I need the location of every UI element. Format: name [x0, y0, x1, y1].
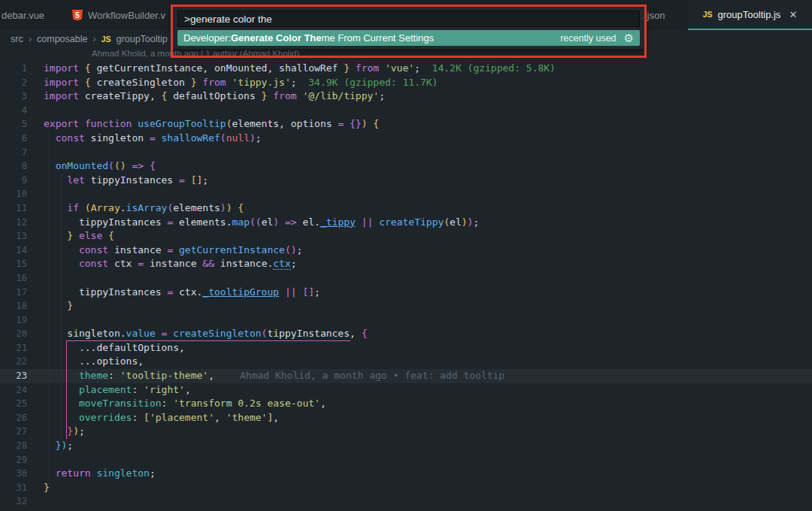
line-number[interactable]: 13 [0, 229, 27, 243]
line-number[interactable]: 9 [0, 174, 27, 188]
result-suffix: me From Current Settings [322, 32, 435, 44]
line-number[interactable]: 30 [0, 467, 27, 481]
code-line[interactable]: 1import { getCurrentInstance, onMounted,… [0, 62, 812, 76]
tab-sidebar-vue[interactable]: debar.vue [2, 0, 68, 30]
line-number[interactable]: 11 [0, 201, 27, 216]
code-line[interactable]: 12 tippyInstances = elements.map((el) =>… [0, 216, 812, 230]
tab-workflowbuilder[interactable]: 5 WorkflowBuilder.v [72, 0, 177, 30]
code-line[interactable]: 25 moveTransition: 'transform 0.2s ease-… [0, 397, 812, 411]
code-line[interactable]: 2import { createSingleton } from 'tippy.… [0, 76, 812, 90]
line-number[interactable]: 8 [0, 159, 27, 174]
code-text [27, 453, 44, 467]
code-line[interactable]: 8 onMounted(() => { [0, 159, 812, 174]
code-line[interactable]: 27 }); [0, 425, 812, 439]
code-line[interactable]: 19 [0, 313, 812, 328]
code-line[interactable]: 3import createTippy, { defaultOptions } … [0, 89, 812, 104]
line-number[interactable]: 23 [0, 369, 27, 383]
code-line[interactable]: 7 [0, 146, 812, 160]
line-number[interactable]: 21 [0, 341, 27, 355]
code-line[interactable]: 32 [0, 494, 812, 509]
code-text: } [27, 481, 50, 495]
breadcrumb-item-file[interactable]: groupTooltip [117, 34, 168, 44]
code-text: if (Array.isArray(elements)) { [27, 201, 244, 216]
command-palette-input[interactable] [177, 11, 640, 27]
code-line[interactable]: 16 [0, 271, 812, 286]
code-text: return singleton; [27, 467, 156, 481]
code-line[interactable]: 30 return singleton; [0, 467, 812, 481]
git-authors-lens[interactable]: Ahmad Kholid, a month ago | 1 author (Ah… [92, 49, 299, 60]
code-line[interactable]: 13 } else { [0, 229, 812, 243]
code-line[interactable]: 6 const singleton = shallowRef(null); [0, 132, 812, 146]
line-number[interactable]: 10 [0, 187, 27, 201]
chevron-right-icon: › [29, 33, 32, 44]
code-text: import { createSingleton } from 'tippy.j… [27, 76, 438, 90]
line-number[interactable]: 2 [0, 76, 27, 90]
line-number[interactable]: 24 [0, 383, 27, 398]
code-line[interactable]: 28 }); [0, 439, 812, 453]
line-number[interactable]: 17 [0, 286, 27, 300]
line-number[interactable]: 29 [0, 453, 27, 467]
code-text: } [27, 299, 73, 313]
code-line[interactable]: 24 placement: 'right', [0, 383, 812, 398]
code-text: moveTransition: 'transform 0.2s ease-out… [27, 397, 326, 411]
code-text: placement: 'right', [27, 383, 191, 398]
code-line[interactable]: 15 const ctx = instance && instance.ctx; [0, 257, 812, 271]
code-text [27, 104, 44, 118]
line-number[interactable]: 27 [0, 425, 27, 439]
line-number[interactable]: 25 [0, 397, 27, 411]
code-line[interactable]: 4 [0, 104, 812, 118]
code-text [27, 313, 44, 328]
code-line[interactable]: 10 [0, 187, 812, 201]
line-number[interactable]: 14 [0, 243, 27, 258]
tab-grouptooltip-js[interactable]: JS groupTooltip.js ✕ [688, 0, 812, 30]
code-line[interactable]: 18 } [0, 299, 812, 313]
code-line[interactable]: 31} [0, 481, 812, 495]
code-text: overrides: ['placement', 'theme'], [27, 411, 279, 425]
line-number[interactable]: 15 [0, 257, 27, 271]
line-number[interactable]: 19 [0, 313, 27, 328]
line-number[interactable]: 3 [0, 89, 27, 104]
line-number[interactable]: 5 [0, 117, 27, 132]
breadcrumb-item-src[interactable]: src [11, 34, 23, 44]
line-number[interactable]: 20 [0, 327, 27, 341]
line-number[interactable]: 4 [0, 104, 27, 118]
command-palette: Developer: Generate Color The me From Cu… [173, 7, 644, 49]
line-number[interactable]: 22 [0, 355, 27, 369]
code-line[interactable]: 5export function useGroupTooltip(element… [0, 117, 812, 132]
code-text: }); [27, 425, 85, 439]
line-number[interactable]: 6 [0, 132, 27, 146]
gear-icon[interactable]: ⚙ [624, 32, 634, 44]
line-number[interactable]: 7 [0, 146, 27, 160]
code-editor[interactable]: 1import { getCurrentInstance, onMounted,… [0, 62, 812, 509]
code-text: const instance = getCurrentInstance(); [27, 243, 302, 258]
code-text: singleton.value = createSingleton(tippyI… [27, 327, 368, 341]
line-number[interactable]: 1 [0, 62, 27, 76]
command-palette-result[interactable]: Developer: Generate Color The me From Cu… [177, 30, 640, 46]
code-line[interactable]: 23 theme: 'tooltip-theme',Ahmad Kholid, … [0, 369, 812, 383]
tab-label: WorkflowBuilder.v [88, 10, 165, 21]
line-number[interactable]: 16 [0, 271, 27, 286]
code-text: } else { [27, 229, 114, 243]
close-icon[interactable]: ✕ [789, 9, 797, 20]
code-text: tippyInstances = ctx._tooltipGroup || []… [27, 286, 320, 300]
code-line[interactable]: 20 singleton.value = createSingleton(tip… [0, 327, 812, 341]
code-text [27, 271, 44, 286]
line-number[interactable]: 18 [0, 299, 27, 313]
code-line[interactable]: 17 tippyInstances = ctx._tooltipGroup ||… [0, 286, 812, 300]
line-number[interactable]: 31 [0, 481, 27, 495]
line-number[interactable]: 12 [0, 216, 27, 230]
code-line[interactable]: 14 const instance = getCurrentInstance()… [0, 243, 812, 258]
breadcrumb-item-composable[interactable]: composable [37, 34, 87, 44]
tab-json[interactable]: .json [644, 0, 682, 30]
code-line[interactable]: 9 let tippyInstances = []; [0, 174, 812, 188]
code-line[interactable]: 11 if (Array.isArray(elements)) { [0, 201, 812, 216]
code-line[interactable]: 22 ...options, [0, 355, 812, 369]
line-number[interactable]: 32 [0, 494, 27, 509]
code-line[interactable]: 26 overrides: ['placement', 'theme'], [0, 411, 812, 425]
line-number[interactable]: 26 [0, 411, 27, 425]
code-text: ...options, [27, 355, 144, 369]
code-text: tippyInstances = elements.map((el) => el… [27, 216, 479, 230]
code-line[interactable]: 29 [0, 453, 812, 467]
line-number[interactable]: 28 [0, 439, 27, 453]
code-line[interactable]: 21 ...defaultOptions, [0, 341, 812, 355]
